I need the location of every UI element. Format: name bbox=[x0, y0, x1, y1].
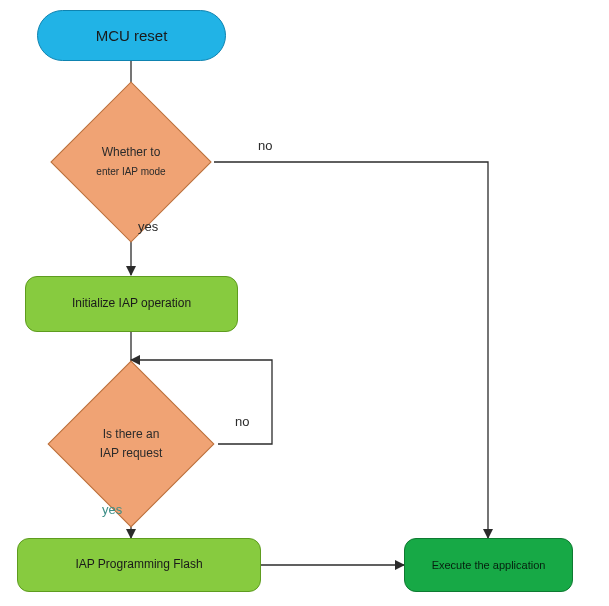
edge-label-d1-no: no bbox=[258, 138, 272, 153]
process-execute-app: Execute the application bbox=[404, 538, 573, 592]
decision-iap-request-line1: Is there an bbox=[103, 427, 160, 441]
decision-iap-request-label: Is there an IAP request bbox=[61, 425, 201, 463]
process-init-iap-label: Initialize IAP operation bbox=[72, 296, 191, 312]
decision-enter-iap: Whether to enter IAP mode bbox=[74, 105, 188, 219]
decision-iap-request-line2: IAP request bbox=[100, 446, 162, 460]
decision-enter-iap-label: Whether to enter IAP mode bbox=[61, 143, 201, 181]
decision-enter-iap-line2: enter IAP mode bbox=[96, 166, 165, 177]
decision-enter-iap-line1: Whether to bbox=[102, 145, 161, 159]
edge-label-d2-no: no bbox=[235, 414, 249, 429]
terminator-start-label: MCU reset bbox=[96, 26, 168, 46]
edge-label-d2-yes: yes bbox=[102, 502, 122, 517]
edge-label-d1-yes: yes bbox=[138, 219, 158, 234]
process-execute-app-label: Execute the application bbox=[432, 558, 546, 572]
process-program-flash-label: IAP Programming Flash bbox=[75, 557, 202, 573]
terminator-start: MCU reset bbox=[37, 10, 226, 61]
process-init-iap: Initialize IAP operation bbox=[25, 276, 238, 332]
decision-iap-request: Is there an IAP request bbox=[72, 385, 190, 503]
process-program-flash: IAP Programming Flash bbox=[17, 538, 261, 592]
